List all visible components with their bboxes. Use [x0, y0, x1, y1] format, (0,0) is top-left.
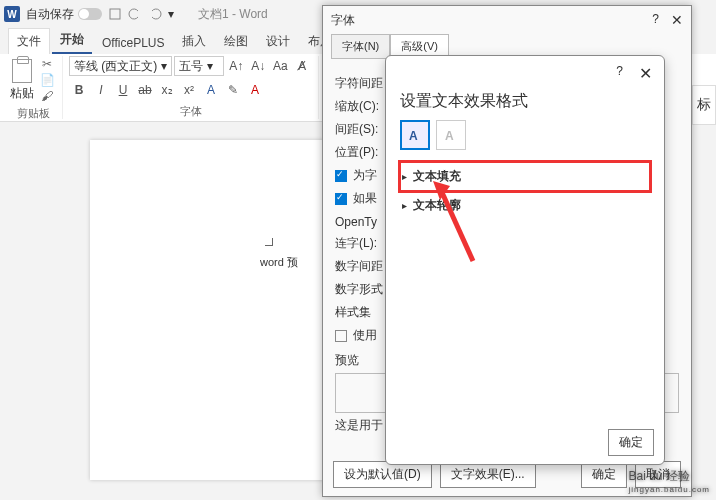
set-default-button[interactable]: 设为默认值(D): [333, 461, 432, 488]
font-family-select[interactable]: 等线 (西文正文)▾: [69, 56, 172, 76]
change-case-icon[interactable]: Aa: [270, 56, 290, 76]
chevron-right-icon: ▸: [402, 200, 407, 211]
text-outline-label: 文本轮廓: [413, 197, 461, 214]
help-icon[interactable]: ?: [652, 12, 659, 28]
styleset-label: 样式集: [335, 304, 385, 321]
ligature-label: 连字(L):: [335, 235, 385, 252]
bold-button[interactable]: B: [69, 80, 89, 100]
watermark-main: Bai du 经验: [629, 469, 690, 483]
svg-rect-0: [110, 9, 120, 19]
word-app-icon: W: [4, 6, 20, 22]
chevron-right-icon: ▸: [402, 171, 407, 182]
underline-button[interactable]: U: [113, 80, 133, 100]
text-fill-outline-icon[interactable]: A: [400, 120, 430, 150]
text-fill-section[interactable]: ▸文本填充: [400, 162, 650, 191]
spacing-label: 间距(S):: [335, 121, 385, 138]
chevron-down-icon: ▾: [161, 59, 167, 73]
text-effect-title: 设置文本效果格式: [386, 91, 664, 112]
watermark: Bai du 经验 jingyan.baidu.com: [629, 468, 710, 494]
tab-file[interactable]: 文件: [8, 28, 50, 54]
clipboard-group: 粘贴 ✂ 📄 🖌 剪贴板: [4, 56, 63, 119]
text-fill-label: 文本填充: [413, 168, 461, 185]
grow-font-icon[interactable]: A↑: [226, 56, 246, 76]
numform-label: 数字形式: [335, 281, 385, 298]
highlight-icon[interactable]: ✎: [223, 80, 243, 100]
context-checkbox[interactable]: [335, 330, 347, 342]
text-effect-dialog: ? ✕ 设置文本效果格式 A A ▸文本填充 ▸文本轮廓 确定: [385, 55, 665, 465]
strike-button[interactable]: ab: [135, 80, 155, 100]
autosave-toggle[interactable]: 自动保存: [26, 6, 102, 23]
text-outline-section[interactable]: ▸文本轮廓: [400, 191, 650, 220]
redo-icon[interactable]: [148, 7, 162, 21]
copy-icon[interactable]: 📄: [38, 72, 56, 88]
svg-text:A: A: [445, 129, 454, 143]
undo-icon[interactable]: [128, 7, 142, 21]
text-effects-button[interactable]: 文字效果(E)...: [440, 461, 536, 488]
text-effects-icon[interactable]: A: [201, 80, 221, 100]
close-icon[interactable]: ✕: [639, 64, 652, 83]
kerning-checkbox[interactable]: [335, 170, 347, 182]
text-effects-icon[interactable]: A: [436, 120, 466, 150]
tab-draw[interactable]: 绘图: [216, 29, 256, 54]
help-icon[interactable]: ?: [616, 64, 623, 83]
tab-home[interactable]: 开始: [52, 27, 92, 54]
scale-label: 缩放(C):: [335, 98, 385, 115]
font-color-icon[interactable]: A: [245, 80, 265, 100]
tab-design[interactable]: 设计: [258, 29, 298, 54]
font-group: 等线 (西文正文)▾ 五号▾ A↑ A↓ Aa A̸ B I U ab x₂ x…: [63, 56, 319, 119]
clipboard-group-label: 剪贴板: [10, 104, 56, 121]
font-group-label: 字体: [69, 102, 312, 119]
font-dialog-titlebar: 字体 ? ✕: [323, 6, 691, 34]
close-icon[interactable]: ✕: [671, 12, 683, 28]
format-painter-icon[interactable]: 🖌: [38, 88, 56, 104]
toggle-switch-icon[interactable]: [78, 8, 102, 20]
ok-button[interactable]: 确定: [581, 461, 627, 488]
snap-checkbox[interactable]: [335, 193, 347, 205]
paste-label: 粘贴: [10, 85, 34, 102]
subscript-button[interactable]: x₂: [157, 80, 177, 100]
dropdown-icon[interactable]: ▾: [168, 7, 182, 21]
font-size-select[interactable]: 五号▾: [174, 56, 224, 76]
ok-button[interactable]: 确定: [608, 429, 654, 456]
superscript-button[interactable]: x²: [179, 80, 199, 100]
kerning-label: 为字: [353, 167, 377, 184]
paste-icon[interactable]: [12, 59, 32, 83]
document-text: word 预: [260, 255, 298, 270]
chevron-down-icon: ▾: [207, 59, 213, 73]
shrink-font-icon[interactable]: A↓: [248, 56, 268, 76]
position-label: 位置(P):: [335, 144, 385, 161]
tab-officeplus[interactable]: OfficePLUS: [94, 32, 172, 54]
side-panel-tab[interactable]: 标: [692, 85, 716, 125]
clear-format-icon[interactable]: A̸: [292, 56, 312, 76]
tab-insert[interactable]: 插入: [174, 29, 214, 54]
italic-button[interactable]: I: [91, 80, 111, 100]
snap-label: 如果: [353, 190, 377, 207]
context-label: 使用: [353, 327, 377, 344]
font-dialog-title: 字体: [331, 12, 355, 29]
document-page[interactable]: word 预: [90, 140, 360, 480]
save-icon[interactable]: [108, 7, 122, 21]
autosave-label: 自动保存: [26, 6, 74, 23]
cut-icon[interactable]: ✂: [38, 56, 56, 72]
text-cursor-icon: [265, 238, 273, 246]
svg-text:A: A: [409, 129, 418, 143]
document-title: 文档1 - Word: [198, 6, 268, 23]
numspacing-label: 数字间距: [335, 258, 385, 275]
watermark-sub: jingyan.baidu.com: [629, 485, 710, 494]
tab-font[interactable]: 字体(N): [331, 34, 390, 59]
